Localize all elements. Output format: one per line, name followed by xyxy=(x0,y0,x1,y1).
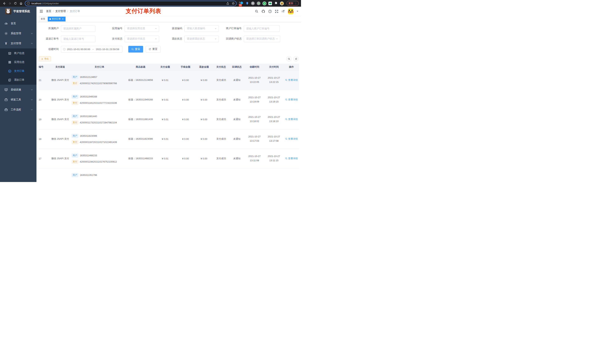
merchant-order-no: 1635311351796 xyxy=(80,174,97,177)
address-bar[interactable]: localhost:1024/pay/order xyxy=(25,1,236,6)
sidebar-item-label: 工作流程 xyxy=(11,108,21,111)
search-button[interactable]: 搜索 xyxy=(128,46,143,52)
pay-tag: 支付 xyxy=(72,81,78,85)
date-start-value[interactable]: 2021-10-01 00:00:00 xyxy=(67,48,90,51)
merchant-order-no: 1635311823086 xyxy=(80,135,97,137)
pay-status-select[interactable]: 请选择支付状态 xyxy=(125,35,159,42)
cell-action: 查看详情 xyxy=(284,70,299,90)
header-search-icon[interactable] xyxy=(255,10,258,13)
font-size-icon[interactable]: TT xyxy=(281,10,285,13)
shop-icon xyxy=(8,52,11,55)
svg-text:¥: ¥ xyxy=(9,70,10,72)
chevron-up-icon xyxy=(31,42,33,45)
sidebar-item-refund-order[interactable]: 退款订单 xyxy=(0,75,36,84)
grid-icon xyxy=(8,61,11,64)
pay-order-no: 4200001174202110278060590766 xyxy=(80,82,117,85)
chat-extension-icon[interactable] xyxy=(269,2,272,5)
refresh-button[interactable] xyxy=(293,56,299,62)
sidebar-item-pay[interactable]: ¥ 支付管理 xyxy=(0,39,36,48)
merchant-tag: 商户 xyxy=(72,114,78,118)
share-icon[interactable] xyxy=(226,1,230,6)
create-time-range-picker[interactable]: 2021-10-01 00:00:00 - 2021-10-31 23:59:5… xyxy=(61,46,122,52)
sidebar-item-infra[interactable]: 基础设施 xyxy=(0,85,36,95)
sidebar-item-label: 支付管理 xyxy=(11,42,21,45)
chevron-down-icon xyxy=(276,38,278,40)
sidebar-item-workflow[interactable]: 工作流程 xyxy=(0,105,36,115)
tag-pay-order[interactable]: 支付订单 xyxy=(48,17,65,21)
cell-product-title: 标题：1635311823086 xyxy=(127,129,154,149)
browser-menu-icon[interactable]: ⋮ xyxy=(294,2,297,5)
view-detail-link[interactable]: 查看详情 xyxy=(285,157,298,160)
github-icon[interactable] xyxy=(262,10,265,13)
channel-order-no-input[interactable] xyxy=(61,35,95,42)
reset-button[interactable]: 重置 xyxy=(146,46,161,52)
sidebar-item-app-info[interactable]: 应用信息 xyxy=(0,58,36,67)
fullscreen-icon[interactable] xyxy=(275,10,279,13)
column-header: 支付状态 xyxy=(213,64,229,70)
view-detail-link[interactable]: 查看详情 xyxy=(285,137,298,141)
cell-product-title: 标题：1635312124656 xyxy=(127,70,154,90)
cell-paid: 2021-10-2713:17:08 xyxy=(264,129,284,149)
help-icon[interactable]: ? xyxy=(268,10,272,13)
sidebar-item-merchant-info[interactable]: 商户信息 xyxy=(0,49,36,58)
column-header: 退款金额 xyxy=(195,64,213,70)
breadcrumb-pay[interactable]: 支付管理 xyxy=(55,10,66,13)
view-detail-link[interactable]: 查看详情 xyxy=(285,78,298,82)
notify-status-select[interactable]: 请选择订单回调商户状态 xyxy=(244,35,280,42)
close-icon[interactable] xyxy=(62,18,64,20)
app-select[interactable]: 请选择应用信息 xyxy=(125,25,159,32)
column-header: 支付金额 xyxy=(154,64,176,70)
sidebar-item-devtools[interactable]: 研发工具 xyxy=(0,95,36,105)
filter-label: 渠道编码 xyxy=(163,27,184,30)
column-header: 支付订单 xyxy=(72,64,127,70)
sidebar-item-system[interactable]: 系统管理 xyxy=(0,29,36,39)
pay-tag: 支付 xyxy=(72,101,78,105)
bookmark-star-icon[interactable] xyxy=(231,1,236,6)
svg-text:?: ? xyxy=(269,10,271,12)
proxy-extension-icon[interactable]: 10 xyxy=(239,1,243,5)
app-logo-row[interactable]: 芋道管理系统 xyxy=(0,7,36,16)
date-end-value[interactable]: 2021-10-31 23:59:59 xyxy=(96,48,119,51)
y-extension-icon[interactable]: y xyxy=(262,1,266,5)
avatar[interactable] xyxy=(288,9,294,14)
merchant-select-input[interactable] xyxy=(61,25,95,32)
recorder-extension-icon[interactable] xyxy=(257,1,260,5)
browser-update-button[interactable]: 更新 ⋮ xyxy=(287,1,299,6)
merchant-tag: 商户 xyxy=(72,75,78,79)
url-text[interactable]: localhost:1024/pay/order xyxy=(32,2,224,5)
channel-code-select[interactable]: 请输入渠道编码 xyxy=(184,25,219,32)
pay-tag: 支付 xyxy=(72,140,78,144)
pay-order-line: 支付 4200001181202110277723215336 xyxy=(72,101,127,105)
merchant-order-no-input[interactable] xyxy=(244,25,280,32)
cell-amount: ¥ 0.01 xyxy=(154,110,176,129)
home-icon[interactable] xyxy=(19,1,23,6)
toggle-search-button[interactable] xyxy=(286,56,291,62)
active-dot xyxy=(49,18,51,20)
sketch-extension-icon[interactable] xyxy=(245,1,249,5)
forward-icon[interactable] xyxy=(7,1,12,6)
cell-refund: ¥ 0.00 xyxy=(195,110,213,129)
command-extension-icon[interactable]: ⌘ xyxy=(251,1,255,5)
table-row: 18 微信 JSAPI 支付 商户 1635311823086 支付 42000… xyxy=(38,129,299,149)
column-header: 操作 xyxy=(284,64,299,70)
emoji-extension-icon[interactable] xyxy=(280,1,284,5)
view-detail-link[interactable]: 查看详情 xyxy=(285,118,298,121)
tag-home[interactable]: 首页 xyxy=(39,17,47,21)
reload-icon[interactable] xyxy=(13,1,18,6)
refund-status-select[interactable]: 请选择退款状态 xyxy=(184,35,219,42)
export-button[interactable]: 导出 xyxy=(39,56,51,62)
sidebar-item-home[interactable]: 首页 xyxy=(0,19,36,29)
sidebar-toggle-icon[interactable] xyxy=(39,10,43,13)
back-icon[interactable] xyxy=(2,1,7,6)
filter-label: 创建时间 xyxy=(40,48,61,51)
breadcrumb-home[interactable]: 首页 xyxy=(46,10,51,13)
sidebar-item-pay-order[interactable]: ¥ 支付订单 xyxy=(0,67,36,75)
filter-label: 应用编号 xyxy=(104,27,125,30)
puzzle-extensions-icon[interactable] xyxy=(274,1,278,5)
site-info-icon[interactable] xyxy=(27,2,30,5)
cell-action: 查看详情 xyxy=(284,149,299,168)
view-detail-link[interactable]: 查看详情 xyxy=(285,98,298,101)
toolbox-icon xyxy=(4,98,8,102)
avatar-caret-icon[interactable] xyxy=(297,11,298,12)
cell-fee: ¥ 0.00 xyxy=(176,149,195,168)
